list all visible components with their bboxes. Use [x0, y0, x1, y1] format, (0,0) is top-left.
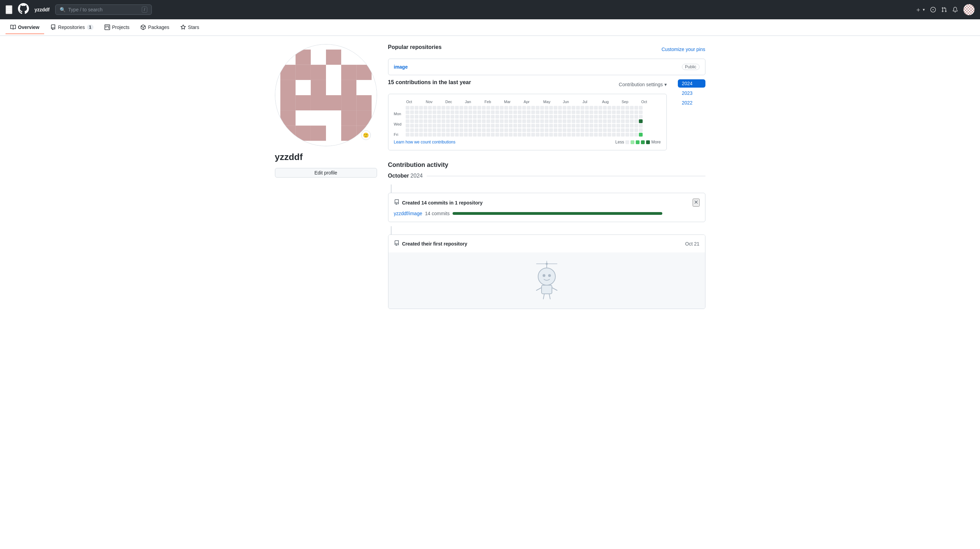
- graph-cell-28-0[interactable]: [531, 106, 535, 109]
- graph-cell-12-4[interactable]: [460, 124, 463, 128]
- graph-cell-23-0[interactable]: [509, 106, 512, 109]
- graph-cell-49-2[interactable]: [625, 115, 629, 119]
- graph-cell-15-6[interactable]: [473, 133, 477, 136]
- graph-cell-40-1[interactable]: [585, 110, 589, 114]
- graph-cell-21-2[interactable]: [500, 115, 504, 119]
- graph-cell-11-2[interactable]: [455, 115, 459, 119]
- graph-cell-4-3[interactable]: [423, 119, 427, 123]
- graph-cell-15-3[interactable]: [473, 119, 477, 123]
- graph-cell-36-5[interactable]: [567, 128, 571, 132]
- graph-cell-49-1[interactable]: [625, 110, 629, 114]
- graph-cell-52-6[interactable]: [639, 133, 643, 136]
- graph-cell-0-3[interactable]: [406, 119, 409, 123]
- graph-cell-4-5[interactable]: [423, 128, 427, 132]
- graph-cell-24-0[interactable]: [513, 106, 517, 109]
- tab-repositories[interactable]: Repositories 1: [46, 21, 98, 34]
- graph-cell-42-5[interactable]: [594, 128, 598, 132]
- graph-cell-47-3[interactable]: [616, 119, 620, 123]
- graph-cell-44-6[interactable]: [603, 133, 607, 136]
- graph-cell-3-2[interactable]: [419, 115, 423, 119]
- graph-cell-45-0[interactable]: [608, 106, 611, 109]
- graph-cell-20-1[interactable]: [495, 110, 499, 114]
- graph-cell-27-2[interactable]: [527, 115, 531, 119]
- year-2023-button[interactable]: 2023: [678, 89, 705, 97]
- graph-cell-41-0[interactable]: [590, 106, 593, 109]
- graph-cell-41-4[interactable]: [590, 124, 593, 128]
- graph-cell-47-1[interactable]: [616, 110, 620, 114]
- graph-cell-29-3[interactable]: [536, 119, 539, 123]
- graph-cell-46-3[interactable]: [612, 119, 616, 123]
- hamburger-menu[interactable]: ☰: [6, 5, 13, 14]
- graph-cell-27-5[interactable]: [527, 128, 531, 132]
- graph-cell-44-1[interactable]: [603, 110, 607, 114]
- graph-cell-24-2[interactable]: [513, 115, 517, 119]
- graph-cell-51-2[interactable]: [634, 115, 638, 119]
- graph-cell-11-3[interactable]: [455, 119, 459, 123]
- graph-cell-16-1[interactable]: [477, 110, 481, 114]
- graph-cell-48-3[interactable]: [621, 119, 625, 123]
- graph-cell-38-2[interactable]: [576, 115, 580, 119]
- graph-cell-8-4[interactable]: [442, 124, 445, 128]
- graph-cell-34-2[interactable]: [558, 115, 562, 119]
- graph-cell-7-5[interactable]: [437, 128, 441, 132]
- graph-cell-22-6[interactable]: [504, 133, 508, 136]
- graph-cell-3-5[interactable]: [419, 128, 423, 132]
- graph-cell-18-1[interactable]: [486, 110, 490, 114]
- graph-cell-31-0[interactable]: [545, 106, 549, 109]
- graph-cell-45-2[interactable]: [608, 115, 611, 119]
- graph-cell-37-3[interactable]: [571, 119, 575, 123]
- graph-cell-15-1[interactable]: [473, 110, 477, 114]
- graph-cell-21-0[interactable]: [500, 106, 504, 109]
- graph-cell-46-6[interactable]: [612, 133, 616, 136]
- graph-cell-44-2[interactable]: [603, 115, 607, 119]
- graph-cell-5-4[interactable]: [428, 124, 432, 128]
- graph-cell-41-3[interactable]: [590, 119, 593, 123]
- graph-cell-42-2[interactable]: [594, 115, 598, 119]
- graph-cell-46-5[interactable]: [612, 128, 616, 132]
- graph-cell-11-1[interactable]: [455, 110, 459, 114]
- graph-cell-34-6[interactable]: [558, 133, 562, 136]
- graph-cell-49-3[interactable]: [625, 119, 629, 123]
- graph-cell-4-1[interactable]: [423, 110, 427, 114]
- graph-cell-17-5[interactable]: [482, 128, 486, 132]
- graph-cell-4-4[interactable]: [423, 124, 427, 128]
- graph-cell-51-0[interactable]: [634, 106, 638, 109]
- graph-cell-18-3[interactable]: [486, 119, 490, 123]
- graph-cell-32-6[interactable]: [549, 133, 553, 136]
- graph-cell-30-1[interactable]: [540, 110, 544, 114]
- graph-cell-28-2[interactable]: [531, 115, 535, 119]
- graph-cell-16-4[interactable]: [477, 124, 481, 128]
- graph-cell-22-0[interactable]: [504, 106, 508, 109]
- graph-cell-42-6[interactable]: [594, 133, 598, 136]
- graph-cell-22-2[interactable]: [504, 115, 508, 119]
- graph-cell-18-6[interactable]: [486, 133, 490, 136]
- graph-cell-39-2[interactable]: [581, 115, 584, 119]
- graph-cell-37-1[interactable]: [571, 110, 575, 114]
- graph-cell-10-2[interactable]: [450, 115, 454, 119]
- graph-cell-11-4[interactable]: [455, 124, 459, 128]
- graph-cell-7-1[interactable]: [437, 110, 441, 114]
- graph-cell-36-2[interactable]: [567, 115, 571, 119]
- graph-cell-16-2[interactable]: [477, 115, 481, 119]
- graph-cell-32-3[interactable]: [549, 119, 553, 123]
- graph-cell-45-1[interactable]: [608, 110, 611, 114]
- graph-cell-26-5[interactable]: [522, 128, 526, 132]
- issues-button[interactable]: [930, 7, 936, 13]
- graph-cell-28-3[interactable]: [531, 119, 535, 123]
- graph-cell-6-3[interactable]: [433, 119, 436, 123]
- graph-cell-20-4[interactable]: [495, 124, 499, 128]
- graph-cell-15-5[interactable]: [473, 128, 477, 132]
- graph-cell-18-4[interactable]: [486, 124, 490, 128]
- graph-cell-47-6[interactable]: [616, 133, 620, 136]
- graph-cell-23-1[interactable]: [509, 110, 512, 114]
- graph-cell-40-6[interactable]: [585, 133, 589, 136]
- graph-cell-6-2[interactable]: [433, 115, 436, 119]
- graph-cell-43-6[interactable]: [598, 133, 602, 136]
- graph-cell-52-4[interactable]: [639, 124, 643, 128]
- graph-cell-13-4[interactable]: [464, 124, 468, 128]
- graph-cell-30-0[interactable]: [540, 106, 544, 109]
- graph-cell-26-6[interactable]: [522, 133, 526, 136]
- graph-cell-16-0[interactable]: [477, 106, 481, 109]
- graph-cell-6-1[interactable]: [433, 110, 436, 114]
- nav-username[interactable]: yzzddf: [35, 7, 50, 13]
